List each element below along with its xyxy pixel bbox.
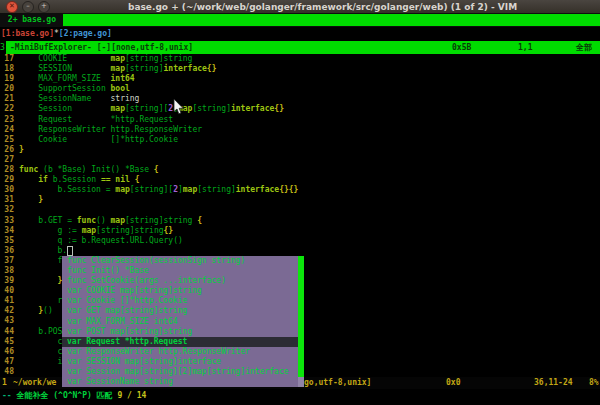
statusline-file-info: go,utf-8,unix] bbox=[304, 377, 371, 389]
code-segment: } bbox=[19, 145, 24, 154]
code-segment: COOKIE bbox=[19, 54, 111, 63]
code-line: 31 } bbox=[0, 195, 600, 205]
code-segment: interface bbox=[231, 104, 274, 113]
statusline-cursor-position: 36,11-24 bbox=[534, 377, 573, 389]
code-segment: [string]string bbox=[125, 54, 192, 63]
completion-item[interactable]: var POST map[string]string bbox=[62, 327, 298, 337]
buffer-tab: [1:base.go] bbox=[1, 29, 54, 38]
code-segment: () bbox=[43, 306, 53, 315]
line-number: 31 bbox=[0, 195, 14, 205]
code-segment: b.POS bbox=[19, 327, 62, 336]
code-segment bbox=[19, 175, 38, 184]
completion-popup: func ClearSession(sessionSign string)fun… bbox=[62, 256, 304, 387]
completion-item[interactable]: var ResponseWriter http.ResponseWriter bbox=[62, 347, 298, 357]
code-segment: interface bbox=[236, 185, 279, 194]
message-segment: -- bbox=[2, 391, 16, 400]
code-segment: i bbox=[19, 357, 62, 366]
code-line: 20 SupportSession bool bbox=[0, 84, 600, 94]
code-segment: if bbox=[38, 175, 48, 184]
code-segment: b. bbox=[19, 246, 67, 255]
line-number: 42 bbox=[0, 306, 14, 316]
code-segment: { bbox=[135, 175, 140, 184]
code-line: 29 if b.Session == nil { bbox=[0, 175, 600, 185]
code-line: 23 Request *http.Request bbox=[0, 115, 600, 125]
code-segment: map bbox=[111, 216, 125, 225]
line-number: 21 bbox=[0, 94, 14, 104]
message-segment: 全能补全 (^O^N^P) 匹配 bbox=[16, 391, 117, 400]
completion-item-selected[interactable]: var Request *http.Request bbox=[62, 337, 298, 347]
code-segment bbox=[19, 276, 58, 285]
line-number: 23 bbox=[0, 115, 14, 125]
code-line: 35 q := b.Request.URL.Query() bbox=[0, 236, 600, 246]
completion-item[interactable]: func SetCookie(args ...interface) bbox=[62, 276, 298, 286]
code-segment: {} bbox=[207, 64, 217, 73]
code-line: 34 g := map[string]string{} bbox=[0, 226, 600, 236]
statusline-hex-value: 0x5B bbox=[452, 41, 471, 54]
completion-item[interactable]: var COOKIE map[string]string bbox=[62, 286, 298, 296]
code-segment: nil bbox=[115, 175, 129, 184]
code-segment: Request *http.Request bbox=[19, 115, 173, 124]
completion-items: func ClearSession(sessionSign string)fun… bbox=[62, 256, 304, 387]
code-line: 24 ResponseWriter http.ResponseWriter bbox=[0, 125, 600, 135]
titlebar: ✕ – + base.go + (~/work/web/golanger/fra… bbox=[0, 0, 600, 13]
code-segment: [string]string bbox=[96, 226, 163, 235]
line-number: 27 bbox=[0, 155, 14, 165]
code-line: 26} bbox=[0, 145, 600, 155]
code-segment bbox=[19, 195, 38, 204]
completion-item[interactable]: var Cookie []*http.Cookie bbox=[62, 296, 298, 306]
line-number: 30 bbox=[0, 185, 14, 195]
statusline-buffer-name: -MiniBufExplorer- [-][none,utf-8,unix] bbox=[10, 41, 193, 54]
code-segment: () bbox=[96, 216, 110, 225]
statusline-cursor-position: 1,1 bbox=[518, 41, 532, 54]
completion-item[interactable]: func ClearSession(sessionSign string) bbox=[62, 256, 298, 266]
line-number: 44 bbox=[0, 327, 14, 337]
buffer-tab: [2:page.go] bbox=[59, 29, 112, 38]
completion-item[interactable]: var SESSION map[string]interface bbox=[62, 357, 298, 367]
maximize-icon[interactable]: + bbox=[38, 1, 50, 13]
tab-current[interactable]: 2+ base.go bbox=[0, 13, 61, 27]
code-segment: b.Session bbox=[48, 175, 101, 184]
code-segment: (b *Base) Init() *Base bbox=[38, 165, 154, 174]
code-segment: Cookie []*http.Cookie bbox=[19, 135, 178, 144]
code-segment: SESSION bbox=[19, 64, 111, 73]
code-segment: [string]string bbox=[125, 216, 197, 225]
code-segment: Session bbox=[19, 104, 111, 113]
code-segment: map bbox=[111, 104, 125, 113]
code-segment: b.Session = bbox=[19, 185, 115, 194]
code-segment: MAX_FORM_SIZE bbox=[19, 74, 111, 83]
code-line: 25 Cookie []*http.Cookie bbox=[0, 135, 600, 145]
completion-item[interactable]: var MAX_FORM_SIZE int64 bbox=[62, 317, 298, 327]
popup-scrollbar[interactable] bbox=[298, 256, 304, 387]
completion-item[interactable]: func Init() *Base bbox=[62, 266, 298, 276]
code-segment: } bbox=[38, 195, 43, 204]
minimize-icon[interactable]: – bbox=[22, 1, 34, 13]
code-line: 21 SessionName string bbox=[0, 94, 600, 104]
code-segment: q := b.Request.URL.Query() bbox=[19, 236, 183, 245]
completion-item[interactable]: var GET map[string]string bbox=[62, 306, 298, 316]
line-number: 40 bbox=[0, 286, 14, 296]
code-segment: map bbox=[111, 64, 125, 73]
code-segment bbox=[19, 306, 38, 315]
code-segment: f bbox=[19, 256, 62, 265]
completion-item[interactable]: var SessionName string bbox=[62, 377, 298, 387]
line-number: 33 bbox=[0, 216, 14, 226]
line-number: 19 bbox=[0, 74, 14, 84]
window-title: base.go + (~/work/web/golanger/framework… bbox=[128, 2, 517, 12]
minibufexplorer-buffers[interactable]: [1:base.go]*[2:page.go] bbox=[0, 27, 600, 41]
line-number: 48 bbox=[0, 367, 14, 377]
line-number: 29 bbox=[0, 175, 14, 185]
line-number: 18 bbox=[0, 64, 14, 74]
close-icon[interactable]: ✕ bbox=[6, 1, 18, 13]
line-number: 46 bbox=[0, 347, 14, 357]
code-line: 22 Session map[string][2]map[string]inte… bbox=[0, 104, 600, 114]
popup-scrollbar-thumb[interactable] bbox=[298, 256, 304, 377]
code-segment: map bbox=[82, 226, 96, 235]
code-segment: int64 bbox=[111, 74, 135, 83]
message-segment: 9 / 14 bbox=[117, 391, 146, 400]
code-segment: [string][ bbox=[130, 185, 173, 194]
code-segment: [string] bbox=[125, 64, 164, 73]
line-number: 35 bbox=[0, 236, 14, 246]
line-number: 34 bbox=[0, 226, 14, 236]
completion-item[interactable]: var Session map[string][2]map[string]int… bbox=[62, 367, 298, 377]
code-line: 18 SESSION map[string]interface{} bbox=[0, 64, 600, 74]
